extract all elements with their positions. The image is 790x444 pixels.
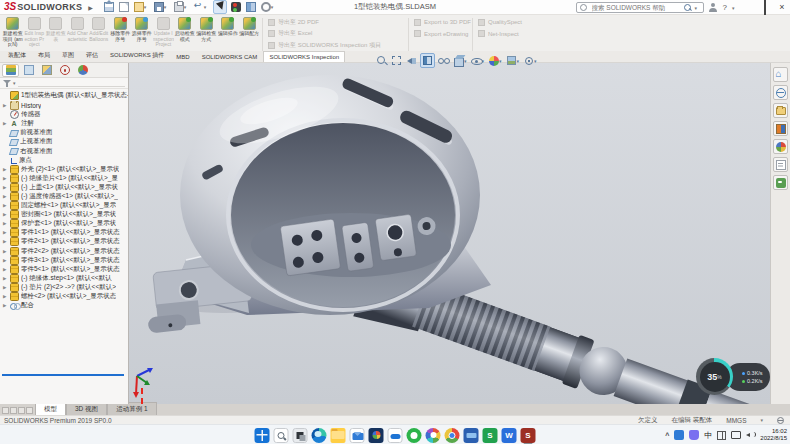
expand-arrow-icon[interactable] [3,303,10,308]
expand-arrow-icon[interactable] [3,203,10,208]
wps-office-icon[interactable]: W [502,428,517,443]
qat-button[interactable] [260,1,277,13]
tree-item[interactable]: 零件2<1> (默认<<默认>_显示状态 [0,237,128,246]
pane-split-icon[interactable] [10,407,17,414]
tree-item[interactable]: 外壳 (2)<1> (默认<<默认>_显示状 [0,165,128,174]
view-tool[interactable] [375,54,388,67]
browser-360-icon[interactable] [407,428,422,443]
expand-arrow-icon[interactable] [3,103,10,108]
ribbon-button[interactable]: Edit Inspection Project [24,16,46,48]
tree-item[interactable]: 配合 [0,301,128,310]
rollback-bar[interactable] [2,374,124,376]
expand-arrow-icon[interactable] [3,285,10,290]
tree-item[interactable]: (-) 上盖<1> (默认<<默认>_显示状 [0,183,128,192]
solidworks-logo[interactable]: 3S SOLIDWORKS [0,0,86,14]
tree-item[interactable]: 传感器 [0,110,128,119]
task-pane-tab[interactable] [773,85,788,100]
tree-item[interactable]: 右视基准面 [0,146,128,155]
tree-item[interactable]: 保护套<1> (默认<<默认>_显示状 [0,219,128,228]
tree-item[interactable]: 零件3<1> (默认<<默认>_显示状态 [0,256,128,265]
qat-button[interactable] [193,1,210,13]
tree-item[interactable]: 上视基准面 [0,137,128,146]
command-tab[interactable]: MBD [170,51,195,62]
ribbon-button[interactable]: 编辑操作 [217,16,239,48]
ime-language-button[interactable]: 中 [704,430,712,441]
file-explorer-icon[interactable] [331,428,346,443]
graphics-viewport[interactable]: 0.3K/s 0.2K/s 35% [129,63,770,404]
photos-icon[interactable] [369,428,384,443]
qat-button[interactable] [230,1,242,13]
taskbar-search-icon[interactable] [274,428,289,443]
command-tab[interactable]: 布局 [32,48,56,62]
ribbon-button[interactable]: 新建检查表 [45,16,67,48]
wheel-browser-icon[interactable] [426,428,441,443]
search-input[interactable] [590,3,681,12]
close-button[interactable]: × [776,2,788,13]
view-tool[interactable] [470,54,486,67]
task-view-icon[interactable] [293,428,308,443]
expand-arrow-icon[interactable] [3,258,10,263]
tree-item[interactable]: (-) 绝缘垫片<1> (默认<<默认>_显 [0,174,128,183]
command-tab[interactable]: 评估 [80,48,104,62]
taskbar-clock[interactable]: 16:02 2022/8/15 [760,428,787,442]
expand-arrow-icon[interactable] [3,294,10,299]
help-caret-icon[interactable] [732,5,737,11]
tree-item[interactable]: 密封圈<1> (默认<<默认>_显示状 [0,210,128,219]
expand-arrow-icon[interactable] [3,194,10,199]
hidden-icons-chevron[interactable]: ^ [665,432,669,439]
tree-root-item[interactable]: 1型铠装热电偶 (默认<默认_显示状态-1 [0,89,128,101]
ribbon-button[interactable]: 启动检查模式 [174,16,196,48]
volume-icon[interactable] [746,431,755,440]
search-caret-icon[interactable] [695,5,700,11]
tree-item[interactable]: 螺栓<2> (默认<<默认>_显示状态 [0,292,128,301]
view-tool[interactable] [505,54,521,67]
task-pane-tab[interactable] [773,157,788,172]
qat-button[interactable] [153,1,170,13]
qat-button[interactable] [213,0,227,14]
panel-tab[interactable] [20,64,37,77]
s-app-icon[interactable]: S [483,428,498,443]
expand-arrow-icon[interactable] [3,249,10,254]
qat-button[interactable] [118,1,130,13]
command-tab[interactable]: SOLIDWORKS Inspection [263,51,345,62]
menu-expand-icon[interactable]: ▶ [88,4,93,11]
help-search-box[interactable] [576,2,704,13]
cad-app-icon[interactable] [464,428,479,443]
qat-button[interactable] [173,1,190,13]
ribbon-button[interactable]: Add Characteristic [67,16,89,48]
filter-caret-icon[interactable] [13,80,16,86]
onedrive-icon[interactable] [388,428,403,443]
search-icon[interactable] [684,4,692,12]
qat-button[interactable] [133,1,150,13]
panel-tab[interactable] [2,64,19,77]
task-pane-tab[interactable] [773,67,788,82]
view-tool[interactable] [390,54,403,67]
minimize-button[interactable] [742,2,754,13]
start-icon[interactable] [255,428,270,443]
tree-item[interactable]: (-) 绝缘体.step<1> (默认<<默认 [0,274,128,283]
units-selector[interactable]: MMGS [726,417,746,424]
tree-item[interactable]: 注解 [0,119,128,128]
monitor-icon[interactable] [731,431,741,439]
tree-item[interactable]: 零件1<1> (默认<<默认>_显示状态 [0,228,128,237]
tree-item[interactable]: (-) 温度传感器<1> (默认<<默认>_ [0,192,128,201]
ribbon-button[interactable]: 编辑配方 [239,16,261,48]
status-globe-icon[interactable] [777,417,784,424]
ribbon-button[interactable]: Add/Edit Balloons [88,16,110,48]
view-tool[interactable] [522,54,538,67]
expand-arrow-icon[interactable] [3,167,10,172]
cpu-percent-ring[interactable]: 35% [696,358,733,395]
expand-arrow-icon[interactable] [3,121,10,126]
units-caret-icon[interactable] [760,417,763,423]
command-tab[interactable]: 装配体 [2,48,32,62]
task-pane-tab[interactable] [773,121,788,136]
filter-input[interactable] [18,80,125,87]
view-tool[interactable] [452,54,468,67]
expand-arrow-icon[interactable] [3,221,10,226]
view-tool[interactable] [437,54,450,67]
expand-arrow-icon[interactable] [3,185,10,190]
expand-arrow-icon[interactable] [3,267,10,272]
expand-arrow-icon[interactable] [3,239,10,244]
task-pane-tab[interactable] [773,175,788,190]
pane-split-controls[interactable] [0,407,35,415]
